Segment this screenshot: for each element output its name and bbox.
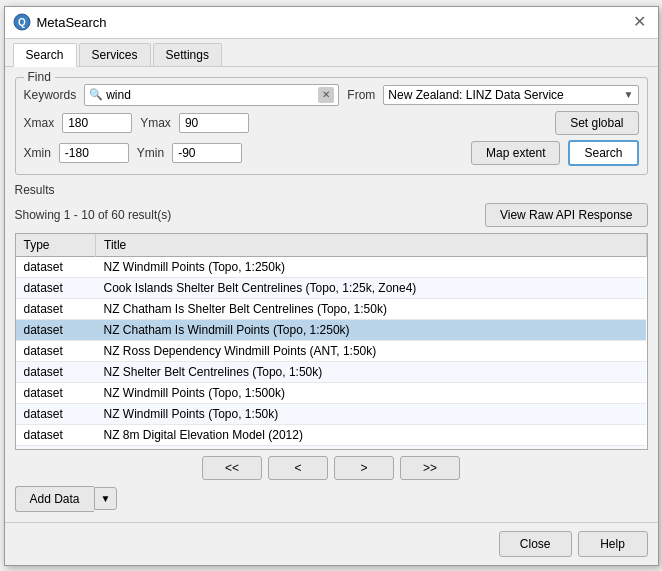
keywords-input-wrap: 🔍 ✕ — [84, 84, 339, 106]
cell-title: Niue Shelter Belt Centrelines (Topo, 1:5… — [96, 445, 647, 450]
bottom-bar: Close Help — [5, 522, 658, 565]
cell-type: dataset — [16, 403, 96, 424]
cell-type: dataset — [16, 424, 96, 445]
cell-title: NZ Chatham Is Shelter Belt Centrelines (… — [96, 298, 647, 319]
close-button[interactable]: Close — [499, 531, 572, 557]
from-select[interactable]: New Zealand: LINZ Data Service ▼ — [383, 85, 638, 105]
table-row[interactable]: dataset Niue Shelter Belt Centrelines (T… — [16, 445, 647, 450]
table-row[interactable]: dataset NZ Windmill Points (Topo, 1:250k… — [16, 256, 647, 277]
next-page-button[interactable]: > — [334, 456, 394, 480]
cell-type: dataset — [16, 298, 96, 319]
svg-text:Q: Q — [18, 17, 26, 28]
pagination: << < > >> — [15, 456, 648, 480]
view-raw-api-button[interactable]: View Raw API Response — [485, 203, 648, 227]
tab-search[interactable]: Search — [13, 43, 77, 67]
table-row[interactable]: dataset NZ Windmill Points (Topo, 1:500k… — [16, 382, 647, 403]
table-row[interactable]: dataset NZ Windmill Points (Topo, 1:50k) — [16, 403, 647, 424]
results-table-wrap: Type Title dataset NZ Windmill Points (T… — [15, 233, 648, 450]
cell-title: NZ Windmill Points (Topo, 1:50k) — [96, 403, 647, 424]
cell-type: dataset — [16, 277, 96, 298]
keywords-label: Keywords — [24, 88, 77, 102]
tab-bar: Search Services Settings — [5, 39, 658, 67]
results-label: Results — [15, 183, 648, 197]
title-bar: Q MetaSearch ✕ — [5, 7, 658, 39]
ymin-input[interactable] — [172, 143, 242, 163]
results-count: Showing 1 - 10 of 60 result(s) — [15, 208, 172, 222]
search-button[interactable]: Search — [568, 140, 638, 166]
ymin-label: Ymin — [137, 146, 164, 160]
table-row[interactable]: dataset NZ 8m Digital Elevation Model (2… — [16, 424, 647, 445]
cell-title: NZ Windmill Points (Topo, 1:500k) — [96, 382, 647, 403]
table-row[interactable]: dataset NZ Ross Dependency Windmill Poin… — [16, 340, 647, 361]
cell-title: NZ Shelter Belt Centrelines (Topo, 1:50k… — [96, 361, 647, 382]
find-group-label: Find — [24, 70, 55, 84]
table-row[interactable]: dataset NZ Shelter Belt Centrelines (Top… — [16, 361, 647, 382]
tab-settings[interactable]: Settings — [153, 43, 222, 66]
set-global-button[interactable]: Set global — [555, 111, 638, 135]
first-page-button[interactable]: << — [202, 456, 262, 480]
tab-services[interactable]: Services — [79, 43, 151, 66]
main-window: Q MetaSearch ✕ Search Services Settings … — [4, 6, 659, 566]
main-content: Find Keywords 🔍 ✕ From New Zealand: LINZ… — [5, 67, 658, 522]
map-extent-button[interactable]: Map extent — [471, 141, 560, 165]
results-section: Results Showing 1 - 10 of 60 result(s) V… — [15, 183, 648, 512]
ymax-input[interactable] — [179, 113, 249, 133]
cell-title: NZ Windmill Points (Topo, 1:250k) — [96, 256, 647, 277]
app-logo: Q — [13, 13, 31, 31]
search-icon: 🔍 — [89, 88, 103, 101]
help-button[interactable]: Help — [578, 531, 648, 557]
last-page-button[interactable]: >> — [400, 456, 460, 480]
keywords-row: Keywords 🔍 ✕ From New Zealand: LINZ Data… — [24, 84, 639, 106]
cell-type: dataset — [16, 319, 96, 340]
cell-type: dataset — [16, 382, 96, 403]
results-tbody: dataset NZ Windmill Points (Topo, 1:250k… — [16, 256, 647, 450]
col-type-header: Type — [16, 234, 96, 257]
cell-title: NZ Chatham Is Windmill Points (Topo, 1:2… — [96, 319, 647, 340]
table-row[interactable]: dataset NZ Chatham Is Shelter Belt Centr… — [16, 298, 647, 319]
cell-type: dataset — [16, 256, 96, 277]
cell-title: NZ 8m Digital Elevation Model (2012) — [96, 424, 647, 445]
cell-type: dataset — [16, 361, 96, 382]
xmax-label: Xmax — [24, 116, 55, 130]
xmax-row: Xmax Ymax Set global — [24, 111, 639, 135]
table-row[interactable]: dataset Cook Islands Shelter Belt Centre… — [16, 277, 647, 298]
from-select-value: New Zealand: LINZ Data Service — [388, 88, 623, 102]
results-table: Type Title dataset NZ Windmill Points (T… — [16, 234, 647, 450]
prev-page-button[interactable]: < — [268, 456, 328, 480]
results-header: Showing 1 - 10 of 60 result(s) View Raw … — [15, 203, 648, 227]
xmin-input[interactable] — [59, 143, 129, 163]
add-data-row: Add Data ▼ — [15, 486, 648, 512]
find-group: Find Keywords 🔍 ✕ From New Zealand: LINZ… — [15, 77, 648, 175]
window-title: MetaSearch — [37, 15, 107, 30]
cell-title: NZ Ross Dependency Windmill Points (ANT,… — [96, 340, 647, 361]
xmin-row: Xmin Ymin Map extent Search — [24, 140, 639, 166]
table-row[interactable]: dataset NZ Chatham Is Windmill Points (T… — [16, 319, 647, 340]
title-bar-left: Q MetaSearch — [13, 13, 107, 31]
dropdown-arrow-icon: ▼ — [624, 89, 634, 100]
cell-title: Cook Islands Shelter Belt Centrelines (T… — [96, 277, 647, 298]
xmin-label: Xmin — [24, 146, 51, 160]
xmax-input[interactable] — [62, 113, 132, 133]
keywords-input[interactable] — [106, 88, 318, 102]
col-title-header: Title — [96, 234, 647, 257]
from-label: From — [347, 88, 375, 102]
ymax-label: Ymax — [140, 116, 171, 130]
add-data-button[interactable]: Add Data — [15, 486, 94, 512]
table-header-row: Type Title — [16, 234, 647, 257]
cell-type: dataset — [16, 340, 96, 361]
cell-type: dataset — [16, 445, 96, 450]
clear-keywords-button[interactable]: ✕ — [318, 87, 334, 103]
window-close-button[interactable]: ✕ — [629, 14, 650, 30]
add-data-dropdown-button[interactable]: ▼ — [94, 487, 118, 510]
